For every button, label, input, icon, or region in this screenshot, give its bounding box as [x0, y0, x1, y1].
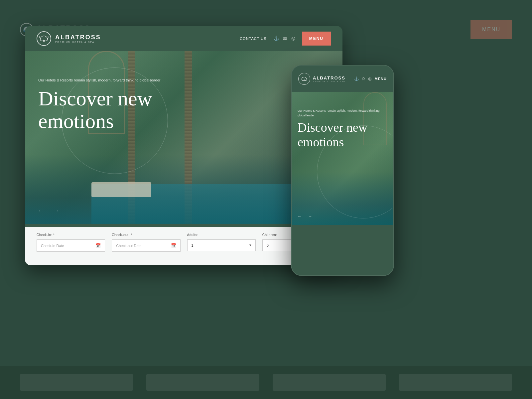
mobile-prev-arrow[interactable]: ← — [298, 214, 302, 219]
mobile-mockup: ALBATROSS PREMIUM HOTEL & SPA ⚓ ⚖ ◎ MENU — [291, 65, 394, 276]
social-icons: ⚓ ⚖ ◎ — [273, 36, 295, 41]
mobile-logo: ALBATROSS PREMIUM HOTEL & SPA — [298, 73, 345, 85]
hero-text-block: Our Hotels & Resorts remain stylish, mod… — [38, 77, 160, 132]
checkin-calendar-icon: 📅 — [95, 243, 101, 248]
mobile-hero-text: Our Hotels & Resorts remain stylish, mod… — [298, 109, 387, 149]
checkout-input[interactable]: Check-out Date 📅 — [112, 239, 180, 252]
nav-right-section: CONTACT US ⚓ ⚖ ◎ MENU — [240, 32, 331, 46]
hero-title-line1: Discover new — [38, 87, 152, 110]
daybed-furniture — [91, 182, 151, 197]
next-arrow[interactable]: → — [54, 208, 59, 214]
tripadvisor-icon[interactable]: ⚖ — [283, 36, 287, 41]
checkout-field: Check-out: * Check-out Date 📅 — [112, 233, 180, 252]
checkin-input[interactable]: Check-in Date 📅 — [37, 239, 105, 252]
mobile-hero-background: Our Hotels & Resorts remain stylish, mod… — [292, 92, 393, 225]
adults-field: Adults: 1 ▾ — [187, 233, 256, 251]
bg-field-3 — [273, 374, 386, 391]
checkout-placeholder: Check-out Date — [116, 244, 141, 248]
hero-subtitle: Our Hotels & Resorts remain stylish, mod… — [38, 77, 160, 83]
menu-button[interactable]: MENU — [302, 32, 331, 46]
bg-menu-button: MENU — [470, 20, 512, 39]
desktop-logo: ALBATROSS PREMIUM HOTEL & SPA — [37, 31, 101, 46]
checkout-label: Check-out: * — [112, 233, 180, 237]
bg-field-4 — [399, 374, 512, 391]
mobile-foursquare-icon[interactable]: ⚓ — [354, 76, 359, 81]
mobile-social-icons: ⚓ ⚖ ◎ — [354, 76, 371, 81]
logo-text: ALBATROSS PREMIUM HOTEL & SPA — [55, 34, 101, 43]
bg-field-2 — [146, 374, 259, 391]
mobile-hero-title: Discover new emotions — [298, 120, 387, 149]
mobile-nav-right: ⚓ ⚖ ◎ MENU — [354, 76, 387, 81]
checkin-placeholder: Check-in Date — [41, 244, 64, 248]
adults-chevron-icon: ▾ — [249, 243, 251, 247]
hero-title: Discover new emotions — [38, 87, 160, 132]
mobile-hero-subtitle: Our Hotels & Resorts remain stylish, mod… — [298, 109, 387, 118]
children-value: 0 — [267, 243, 269, 247]
adults-select[interactable]: 1 ▾ — [187, 239, 256, 251]
hero-nav-arrows: ← → — [38, 208, 59, 214]
checkin-field: Check-in: * Check-in Date 📅 — [37, 233, 105, 252]
mobile-instagram-icon[interactable]: ◎ — [368, 76, 371, 81]
desktop-navigation: ALBATROSS PREMIUM HOTEL & SPA CONTACT US… — [25, 26, 342, 51]
mobile-next-arrow[interactable]: → — [308, 214, 312, 219]
bg-field-1 — [20, 374, 133, 391]
hero-title-line2: emotions — [38, 110, 114, 132]
mobile-menu-button[interactable]: MENU — [375, 77, 387, 81]
mobile-hero-title-line1: Discover new — [298, 120, 367, 134]
adults-label: Adults: — [187, 233, 256, 237]
background-layer: 🌊 ALBATROSS PREMIUM HOTEL & SPA MENU — [0, 0, 532, 399]
mobile-tripadvisor-icon[interactable]: ⚖ — [362, 76, 365, 81]
prev-arrow[interactable]: ← — [38, 208, 44, 214]
adults-value: 1 — [192, 243, 194, 247]
mobile-hero-title-line2: emotions — [298, 135, 344, 149]
mobile-logo-circle-icon — [298, 73, 310, 85]
bg-bottom-bar — [0, 366, 532, 399]
checkout-calendar-icon: 📅 — [171, 243, 176, 248]
foursquare-icon[interactable]: ⚓ — [273, 36, 279, 41]
mobile-hero-arrows: ← → — [298, 214, 312, 219]
mobile-hero-area: Our Hotels & Resorts remain stylish, mod… — [292, 92, 393, 225]
contact-us-link[interactable]: CONTACT US — [240, 37, 267, 41]
checkin-label: Check-in: * — [37, 233, 105, 237]
mobile-logo-text: ALBATROSS PREMIUM HOTEL & SPA — [313, 75, 345, 82]
mobile-navigation: ALBATROSS PREMIUM HOTEL & SPA ⚓ ⚖ ◎ MENU — [292, 66, 393, 92]
logo-circle-icon — [37, 31, 51, 46]
instagram-icon[interactable]: ◎ — [291, 36, 295, 41]
